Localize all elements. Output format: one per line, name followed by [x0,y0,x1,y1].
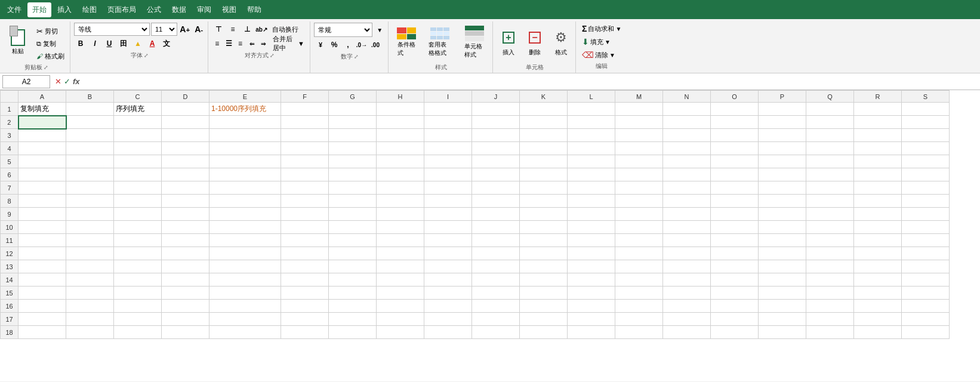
cell-H14[interactable] [377,273,424,286]
cell-B18[interactable] [66,326,114,339]
cell-K15[interactable] [520,286,568,300]
cell-H2[interactable] [377,116,424,129]
cell-F14[interactable] [281,273,329,286]
cell-G3[interactable] [329,129,377,142]
cell-H8[interactable] [377,195,424,208]
cell-B1[interactable] [66,103,114,116]
cell-G6[interactable] [329,168,377,181]
font-name-select[interactable]: 等线 [74,23,150,36]
cell-P9[interactable] [759,208,806,221]
cell-L17[interactable] [568,313,615,326]
cell-F10[interactable] [281,221,329,234]
cell-K18[interactable] [520,326,568,339]
cell-D10[interactable] [162,221,209,234]
cell-A13[interactable] [19,260,66,273]
cell-R2[interactable] [854,116,902,129]
cell-O13[interactable] [711,260,759,273]
cell-G12[interactable] [329,247,377,260]
cell-D7[interactable] [162,181,209,195]
cell-H9[interactable] [377,208,424,221]
cell-E14[interactable] [209,273,281,286]
cell-I13[interactable] [424,260,472,273]
cell-K9[interactable] [520,208,568,221]
cell-Q3[interactable] [806,129,854,142]
cell-Q15[interactable] [806,286,854,300]
cut-button[interactable]: ✂ 剪切 [33,25,67,37]
cell-F4[interactable] [281,142,329,155]
border-button[interactable]: 田 [117,37,130,50]
col-header-P[interactable]: P [759,91,806,103]
cell-S16[interactable] [902,300,950,313]
cell-F16[interactable] [281,300,329,313]
font-size-select[interactable]: 11 [151,23,177,36]
col-header-B[interactable]: B [66,91,114,103]
cell-M17[interactable] [615,313,663,326]
cell-Q8[interactable] [806,195,854,208]
cell-F9[interactable] [281,208,329,221]
cell-F11[interactable] [281,234,329,247]
cell-G1[interactable] [329,103,377,116]
cell-H18[interactable] [377,326,424,339]
cell-D18[interactable] [162,326,209,339]
col-header-L[interactable]: L [568,91,615,103]
col-header-Q[interactable]: Q [806,91,854,103]
cell-A16[interactable] [19,300,66,313]
cell-A2[interactable] [19,116,66,129]
col-header-C[interactable]: C [114,91,162,103]
cell-N10[interactable] [663,221,711,234]
cell-D5[interactable] [162,155,209,168]
cell-Q5[interactable] [806,155,854,168]
col-header-J[interactable]: J [472,91,520,103]
cell-C14[interactable] [114,273,162,286]
cell-I17[interactable] [424,313,472,326]
cell-P3[interactable] [759,129,806,142]
row-header-14[interactable]: 14 [1,273,19,286]
cell-B2[interactable] [66,116,114,129]
cell-B14[interactable] [66,273,114,286]
cell-G2[interactable] [329,116,377,129]
cell-L7[interactable] [568,181,615,195]
cell-K4[interactable] [520,142,568,155]
cell-F7[interactable] [281,181,329,195]
cell-P12[interactable] [759,247,806,260]
cell-I4[interactable] [424,142,472,155]
cell-P15[interactable] [759,286,806,300]
cell-I18[interactable] [424,326,472,339]
cell-D1[interactable] [162,103,209,116]
col-header-K[interactable]: K [520,91,568,103]
cell-C15[interactable] [114,286,162,300]
cell-S5[interactable] [902,155,950,168]
col-header-N[interactable]: N [663,91,711,103]
row-header-9[interactable]: 9 [1,208,19,221]
font-expand[interactable]: ⤢ [144,53,149,58]
cell-B7[interactable] [66,181,114,195]
cell-S17[interactable] [902,313,950,326]
col-header-G[interactable]: G [329,91,377,103]
spreadsheet[interactable]: A B C D E F G H I J K L M N O P Q R S [0,90,980,381]
cell-S3[interactable] [902,129,950,142]
cell-E10[interactable] [209,221,281,234]
cell-S15[interactable] [902,286,950,300]
cell-J14[interactable] [472,273,520,286]
cell-S2[interactable] [902,116,950,129]
row-header-5[interactable]: 5 [1,155,19,168]
cell-F3[interactable] [281,129,329,142]
cell-G8[interactable] [329,195,377,208]
col-header-D[interactable]: D [162,91,209,103]
cell-E5[interactable] [209,155,281,168]
cell-C18[interactable] [114,326,162,339]
cell-B8[interactable] [66,195,114,208]
cell-H3[interactable] [377,129,424,142]
cell-C6[interactable] [114,168,162,181]
cell-P17[interactable] [759,313,806,326]
cell-J1[interactable] [472,103,520,116]
cell-C1[interactable]: 序列填充 [114,103,162,116]
cell-P4[interactable] [759,142,806,155]
cell-D3[interactable] [162,129,209,142]
cell-K5[interactable] [520,155,568,168]
cell-E11[interactable] [209,234,281,247]
cell-H5[interactable] [377,155,424,168]
row-header-13[interactable]: 13 [1,260,19,273]
cell-D15[interactable] [162,286,209,300]
cell-B17[interactable] [66,313,114,326]
